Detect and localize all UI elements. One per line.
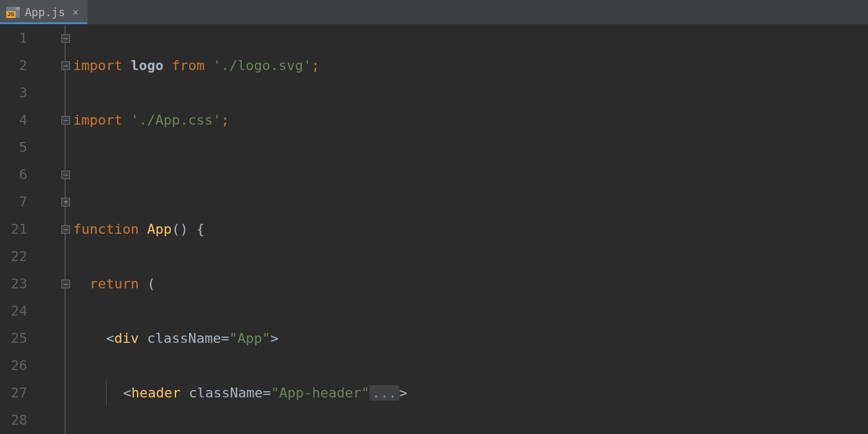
code-line[interactable]: <header className="App-header"...> — [73, 379, 868, 407]
tab-filename: App.js — [25, 6, 65, 19]
line-number-gutter: 1 2 3 4 5 6 7 21 22 23 24 25 26 27 28 — [0, 25, 31, 434]
code-line[interactable]: import './App.css'; — [73, 107, 868, 134]
code-area[interactable]: import logo from './logo.svg'; import '.… — [68, 25, 868, 434]
fold-gutter: – – – – + – – — [31, 25, 68, 434]
line-number: 3 — [0, 79, 27, 107]
tab-app-js[interactable]: JS App.js × — [0, 0, 87, 24]
code-line[interactable]: function App() { — [73, 216, 868, 243]
code-line[interactable] — [73, 161, 868, 188]
line-number: 23 — [0, 270, 27, 298]
code-line[interactable]: return ( — [73, 270, 868, 298]
line-number: 2 — [0, 52, 27, 79]
fold-expand-icon[interactable]: + — [61, 198, 70, 206]
line-number: 25 — [0, 325, 27, 352]
tab-bar: JS App.js × — [0, 0, 868, 25]
line-number: 26 — [0, 352, 27, 379]
js-file-icon: JS — [6, 7, 20, 18]
fold-end-icon[interactable]: – — [61, 225, 70, 234]
line-number: 7 — [0, 188, 27, 216]
line-number: 22 — [0, 243, 27, 270]
line-number: 27 — [0, 379, 27, 407]
line-number: 24 — [0, 298, 27, 325]
line-number: 1 — [0, 25, 27, 52]
fold-toggle-icon[interactable]: – — [61, 170, 70, 179]
line-number: 21 — [0, 216, 27, 243]
fold-toggle-icon[interactable]: – — [61, 34, 70, 43]
line-number: 4 — [0, 107, 27, 134]
code-line[interactable]: <div className="App"> — [73, 325, 868, 352]
close-icon[interactable]: × — [70, 6, 79, 18]
line-number: 5 — [0, 134, 27, 161]
fold-end-icon[interactable]: – — [61, 280, 70, 288]
code-line[interactable]: import logo from './logo.svg'; — [73, 52, 868, 79]
fold-toggle-icon[interactable]: – — [61, 116, 70, 125]
active-tab-indicator — [0, 22, 87, 24]
fold-end-icon[interactable]: – — [61, 61, 70, 70]
folded-code-indicator[interactable]: ... — [370, 385, 399, 401]
line-number: 28 — [0, 407, 27, 434]
line-number: 6 — [0, 161, 27, 188]
code-editor[interactable]: 1 2 3 4 5 6 7 21 22 23 24 25 26 27 28 – … — [0, 25, 868, 434]
